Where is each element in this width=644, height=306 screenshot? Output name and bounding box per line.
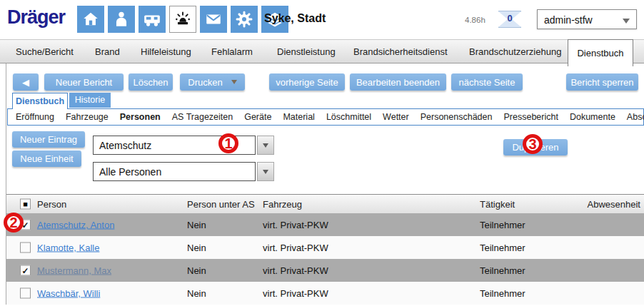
chevron-down-icon [263,170,268,174]
vehicle-cell: virt. Privat-PKW [263,265,328,276]
gear-icon[interactable] [231,6,258,33]
category-select-arrow[interactable] [257,136,274,155]
section-eroeffnung[interactable]: Eröffnung [16,112,54,122]
section-pressebericht[interactable]: Pressebericht [503,112,558,122]
next-page-button[interactable]: nächste Seite [451,73,523,91]
row-checkbox[interactable] [20,243,31,253]
person-cell: Mustermann, Max [37,265,111,276]
section-personen-active[interactable]: Personen [120,112,161,122]
person-cell: Klamotte, Kalle [37,243,99,253]
section-fahrzeuge[interactable]: Fahrzeuge [66,112,109,122]
annotation-circle-1: 1 [218,133,238,153]
row-checkbox[interactable]: ✓ [20,265,31,276]
user-select-value: admin-stfw [544,14,593,26]
table-row: Waschbär, Willi Nein virt. Privat-PKW Te… [6,282,644,305]
tab-brandsicherheitsdienst[interactable]: Brandsicherheitsdienst [353,46,448,57]
table-row: Klamotte, Kalle Nein virt. Privat-PKW Te… [6,236,644,259]
draeger-logo: Dräger [7,6,65,29]
activity-cell: Teilnehmer [480,265,525,276]
tab-brand[interactable]: Brand [95,46,120,57]
section-wetter[interactable]: Wetter [383,112,409,122]
vehicle-cell: virt. Privat-PKW [263,243,328,253]
table-row: ✓ Atemschutz, Anton Nein virt. Privat-PK… [6,213,644,236]
person-filter-select-value: Alle Personen [99,166,161,178]
alarm-beacon-icon[interactable] [169,6,196,33]
section-nav: Eröffnung Fahrzeuge Personen AS Tragezei… [7,108,644,126]
col-person-unter-as: Person unter AS [187,199,255,210]
mail-icon[interactable] [200,6,227,33]
col-taetigkeit: Tätigkeit [480,199,515,210]
select-all-checkbox-state: ■ [23,200,28,208]
activity-cell: Teilnehmer [480,288,525,299]
under-as-cell: Nein [187,243,206,253]
home-icon[interactable] [77,6,104,33]
col-fahrzeug: Fahrzeug [263,199,302,210]
section-personenschaeden[interactable]: Personenschäden [421,112,493,122]
chevron-down-icon [623,19,630,24]
col-person: Person [37,199,66,210]
end-editing-button[interactable]: Bearbeiten beenden [350,73,446,91]
person-link[interactable]: Atemschutz, Anton [37,220,114,230]
print-button[interactable]: Drucken [180,73,245,91]
person-link[interactable]: Waschbär, Willi [37,288,100,299]
person-filter-select[interactable]: Alle Personen [93,162,256,181]
table-header: ■ Person Person unter AS Fahrzeug Tätigk… [6,194,644,213]
under-as-cell: Nein [187,265,206,276]
activity-cell: Teilnehmer [480,220,525,230]
person-link[interactable]: Klamotte, Kalle [37,243,99,253]
annotation-circle-2: 2 [4,213,24,233]
message-count-value: 0 [498,13,521,24]
top-bar: Dräger Syke, Stadt [0,0,644,39]
person-cell: Atemschutz, Anton [37,220,114,230]
new-entry-button[interactable]: Neuer Eintrag [12,131,85,148]
persons-table: ■ Person Person unter AS Fahrzeug Tätigk… [6,194,644,305]
section-loeschmittel[interactable]: Löschmittel [326,112,371,122]
vehicle-cell: virt. Privat-PKW [263,288,328,299]
tab-suche-bericht[interactable]: Suche/Bericht [16,46,74,57]
section-material[interactable]: Material [283,112,314,122]
under-as-cell: Nein [187,288,206,299]
vehicle-cell: virt. Privat-PKW [263,220,328,230]
subtab-historie[interactable]: Historie [69,93,111,108]
person-icon[interactable] [108,6,135,33]
section-as-tragezeiten[interactable]: AS Tragezeiten [172,112,233,122]
chevron-down-icon [263,143,268,148]
category-select-value: Atemschutz [99,140,151,151]
hours-badge: 4.86h [465,16,485,24]
col-abwesenheit: Abwesenheit [588,199,640,210]
table-row: ✓ Mustermann, Max Nein virt. Privat-PKW … [6,259,644,282]
tab-dienstbuch-active[interactable]: Dienstbuch [568,39,633,66]
previous-page-button[interactable]: vorherige Seite [269,73,345,91]
row-checkbox-checkmark: ✓ [21,266,29,275]
activity-cell: Teilnehmer [480,243,525,253]
print-dropdown-caret-icon [231,80,237,84]
person-cell: Waschbär, Willi [37,288,100,299]
app-window: Dräger Syke, Stadt [0,0,644,306]
person-filter-select-arrow[interactable] [257,162,274,181]
main-icon-nav [77,6,288,33]
back-button[interactable]: ◀ [13,73,39,91]
user-select[interactable]: admin-stfw [537,9,637,29]
fire-truck-icon[interactable] [139,6,166,33]
print-button-label: Drucken [188,77,222,88]
new-report-button[interactable]: Neuer Bericht [44,73,124,91]
delete-button[interactable]: Löschen [129,73,173,91]
tab-brandschutzerziehung[interactable]: Brandschutzerziehung [469,46,561,57]
tab-hilfeleistung[interactable]: Hilfeleistung [141,46,191,57]
annotation-circle-3: 3 [523,134,543,154]
section-abschluss[interactable]: Abschluss [627,112,644,122]
message-count-badge[interactable]: 0 [498,11,521,28]
section-geraete[interactable]: Geräte [244,112,271,122]
section-dokumente[interactable]: Dokumente [570,112,615,122]
row-checkbox[interactable] [20,288,31,299]
select-all-checkbox[interactable]: ■ [20,199,31,210]
under-as-cell: Nein [187,220,206,230]
main-tab-strip: Suche/Bericht Brand Hilfeleistung Fehlal… [0,39,644,63]
tab-dienstleistung[interactable]: Dienstleistung [277,46,336,57]
tab-fehlalarm[interactable]: Fehlalarm [211,46,253,57]
new-unit-button[interactable]: Neue Einheit [12,151,81,167]
lock-report-button[interactable]: Bericht sperren [566,73,638,91]
subtab-dienstbuch[interactable]: Dienstbuch [12,93,68,109]
person-link[interactable]: Mustermann, Max [37,265,111,276]
page-title: Syke, Stadt [264,12,326,25]
